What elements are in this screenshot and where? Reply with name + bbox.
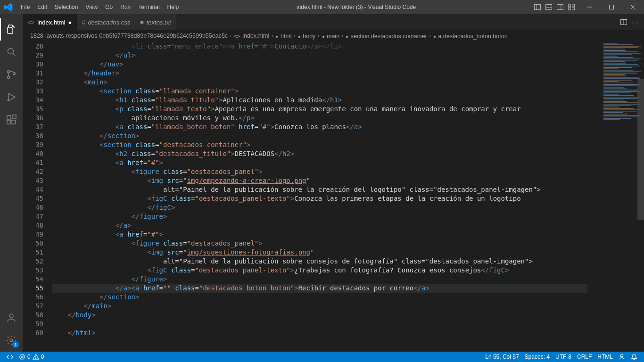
window-controls: [579, 0, 644, 14]
code-line[interactable]: <figC class="destacados_panel-texto">¿Tr…: [52, 266, 644, 275]
search-icon[interactable]: [0, 41, 23, 63]
line-number: 36: [23, 114, 43, 123]
layout-panel-bottom-icon[interactable]: [544, 2, 553, 12]
code-line[interactable]: </a>: [52, 221, 644, 230]
source-control-icon[interactable]: [0, 63, 23, 86]
code-line[interactable]: <img src="img/empezando-a-crear-logo.png…: [52, 176, 644, 185]
tab-index-html[interactable]: <>index.html●: [23, 14, 77, 30]
code-line[interactable]: <li class="menu_enlace"><a href="#">Cont…: [52, 42, 644, 51]
menu-help[interactable]: Help: [164, 1, 183, 13]
line-number: 57: [23, 302, 43, 311]
code-line[interactable]: </header>: [52, 69, 644, 78]
menu-run[interactable]: Run: [116, 1, 134, 13]
menu-selection[interactable]: Selection: [51, 1, 82, 13]
code-line[interactable]: alt="Painel de la publicación sobre cons…: [52, 257, 644, 266]
status-language[interactable]: HTML: [594, 354, 616, 360]
code-line[interactable]: <figure class="destacados_panel">: [52, 167, 644, 176]
status-eol[interactable]: CRLF: [574, 354, 594, 360]
split-editor-icon[interactable]: [620, 18, 627, 26]
breadcrumb-symbol[interactable]: ⬥ html: [275, 33, 291, 40]
accounts-icon[interactable]: [0, 306, 23, 329]
svg-rect-0: [535, 5, 541, 10]
minimap-line: [603, 87, 624, 88]
line-number: 58: [23, 311, 43, 320]
line-number: 38: [23, 132, 43, 140]
code-line[interactable]: </figure>: [52, 212, 644, 221]
code-line[interactable]: <h1 class="llamada_titulo">Aplicaciones …: [52, 96, 644, 105]
vertical-scrollbar[interactable]: [637, 41, 644, 352]
status-feedback-icon[interactable]: [616, 354, 628, 360]
breadcrumb-folder[interactable]: 1828-layouts-responsivos-0eb5f677738d89e…: [30, 33, 228, 39]
menu-terminal[interactable]: Terminal: [134, 1, 163, 13]
minimap-line: [603, 64, 638, 65]
code-line[interactable]: [52, 320, 644, 329]
extensions-icon[interactable]: [0, 108, 23, 131]
tab-textos-txt[interactable]: ≡textos.txt: [135, 14, 176, 30]
code-content[interactable]: <li class="menu_enlace"><a href="#">Cont…: [52, 41, 644, 352]
minimap-line: [603, 51, 638, 52]
maximize-button[interactable]: [601, 0, 622, 14]
breadcrumb-symbol[interactable]: ⬥ body: [297, 33, 316, 40]
code-line[interactable]: <main>: [52, 78, 644, 87]
line-number: 41: [23, 158, 43, 167]
svg-point-32: [35, 358, 36, 359]
status-cursor-position[interactable]: Ln 55, Col 57: [482, 354, 521, 360]
remote-indicator[interactable]: [4, 354, 16, 360]
menu-go[interactable]: Go: [101, 1, 116, 13]
minimap-line: [603, 90, 638, 90]
status-indentation[interactable]: Spaces: 4: [522, 354, 553, 360]
settings-gear-icon[interactable]: 1: [0, 329, 23, 352]
code-line[interactable]: <p class="llamada_texto">Apeperia es una…: [52, 105, 644, 114]
minimap-line: [603, 77, 638, 78]
code-line[interactable]: </a><a href="" class="destacados_boton b…: [52, 284, 644, 293]
code-line[interactable]: <section class="llamada container">: [52, 87, 644, 96]
code-line[interactable]: <figure class="destacados_panel">: [52, 239, 644, 248]
code-line[interactable]: </body>: [52, 311, 644, 320]
line-number: 33: [23, 87, 43, 96]
code-line[interactable]: <h2 class="destacados_titulo">DESTACADOS…: [52, 149, 644, 158]
menu-view[interactable]: View: [82, 1, 101, 13]
code-line[interactable]: <figC class="destacados_panel-texto">Con…: [52, 194, 644, 203]
scrollbar-thumb[interactable]: [637, 79, 644, 220]
code-line[interactable]: </figure>: [52, 275, 644, 284]
code-line[interactable]: <a href="#">: [52, 158, 644, 167]
status-notifications-icon[interactable]: [628, 354, 640, 360]
code-line[interactable]: </figC>: [52, 203, 644, 212]
close-button[interactable]: [622, 0, 644, 14]
code-line[interactable]: <a href="#">: [52, 230, 644, 239]
minimap-line: [603, 104, 640, 105]
layout-panel-right-icon[interactable]: [555, 2, 565, 12]
code-line[interactable]: </ul>: [52, 51, 644, 60]
run-debug-icon[interactable]: [0, 86, 23, 108]
breadcrumb-symbol[interactable]: ⬥ section.destacados.container: [345, 33, 427, 40]
status-encoding[interactable]: UTF-8: [553, 354, 574, 360]
code-line[interactable]: <img src="img/sugestiones-fotografias.pn…: [52, 248, 644, 257]
code-line[interactable]: </html>: [52, 329, 644, 337]
menu-file[interactable]: File: [17, 1, 33, 13]
tab-destacados-css[interactable]: #destacados.css: [77, 14, 135, 30]
breadcrumb-symbol[interactable]: ⬥ main: [322, 33, 340, 40]
minimap-line: [603, 115, 639, 116]
breadcrumb[interactable]: 1828-layouts-responsivos-0eb5f677738d89e…: [23, 31, 644, 41]
more-actions-icon[interactable]: ···: [631, 19, 639, 26]
minimize-button[interactable]: [579, 0, 601, 14]
code-line[interactable]: <section class="destacados container">: [52, 140, 644, 149]
minimap[interactable]: [587, 41, 644, 352]
code-line[interactable]: <a class="llamada_boton boton" href="#">…: [52, 123, 644, 132]
layout-panel-left-icon[interactable]: [533, 2, 542, 12]
code-line[interactable]: </section>: [52, 293, 644, 302]
line-number: 56: [23, 293, 43, 302]
code-line[interactable]: </main>: [52, 302, 644, 311]
code-line[interactable]: aplicaciones móviles y web.</p>: [52, 114, 644, 123]
code-line[interactable]: </section>: [52, 132, 644, 140]
menu-edit[interactable]: Edit: [33, 1, 51, 13]
code-line[interactable]: </nav>: [52, 60, 644, 69]
explorer-icon[interactable]: [0, 18, 23, 41]
status-problems[interactable]: 0 0: [16, 354, 47, 360]
code-line[interactable]: alt="Painel de la publicación sobre la c…: [52, 185, 644, 194]
breadcrumb-file[interactable]: index.html: [242, 33, 269, 39]
editor[interactable]: 2829303132333435363738394041424344454647…: [23, 41, 644, 352]
breadcrumb-symbol[interactable]: ⬥ a.destacados_boton.boton: [433, 33, 508, 40]
minimap-line: [603, 105, 631, 106]
layout-customize-icon[interactable]: [567, 2, 576, 12]
